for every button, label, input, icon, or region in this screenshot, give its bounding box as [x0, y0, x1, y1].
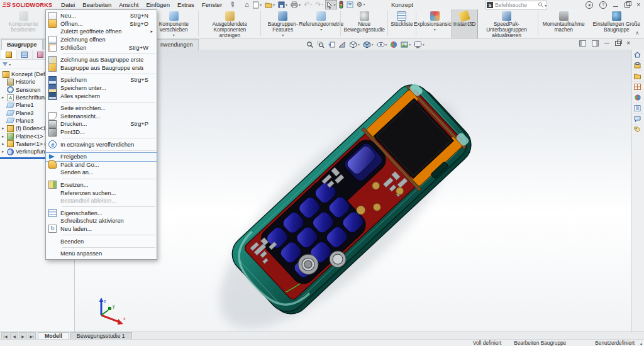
- resources-home-icon[interactable]: [632, 50, 643, 60]
- menu-item[interactable]: [62, 235, 155, 235]
- search-dropdown-icon[interactable]: ▾: [545, 3, 547, 8]
- zoom-area-icon[interactable]: [317, 41, 325, 48]
- menu-item[interactable]: [62, 179, 155, 179]
- search-magnifier-icon[interactable]: [538, 2, 544, 8]
- print-icon[interactable]: ▾: [290, 1, 301, 9]
- user-account-icon[interactable]: ●: [586, 1, 593, 9]
- menu-item[interactable]: Referenzen suchen...: [46, 189, 157, 197]
- ribbon-button[interactable]: Instant3D: [452, 9, 477, 38]
- hide-show-items-icon[interactable]: ▾: [377, 42, 387, 48]
- design-library-icon[interactable]: [632, 60, 643, 71]
- home-icon[interactable]: ⌂: [244, 1, 250, 9]
- file-properties-icon[interactable]: [346, 1, 354, 9]
- graphics-viewport[interactable]: z x y: [75, 50, 632, 332]
- menu-item[interactable]: In eDrawings veröffentlichen: [46, 140, 157, 148]
- section-view-icon[interactable]: [338, 41, 346, 48]
- redo-icon[interactable]: ↷▾: [314, 1, 324, 9]
- menu-item[interactable]: [62, 150, 155, 151]
- menu-item[interactable]: Alles speichern: [46, 92, 157, 100]
- menu-item[interactable]: Ersetzen...: [46, 181, 157, 189]
- menu-item[interactable]: Eigenschaften...: [46, 209, 157, 217]
- ribbon-button[interactable]: [260, 11, 261, 36]
- pane-right-icon[interactable]: [592, 40, 599, 47]
- featuremanager-tab-icon[interactable]: [1, 50, 17, 59]
- menu-bar-item[interactable]: Ansicht: [115, 0, 142, 9]
- menu-item[interactable]: [62, 206, 155, 207]
- menu-item[interactable]: [62, 138, 155, 138]
- select-cursor-icon[interactable]: ▾: [326, 1, 336, 9]
- expand-arrow-icon[interactable]: ▸: [2, 126, 7, 131]
- command-search-box[interactable]: S Befehlssuche ▾: [486, 1, 547, 9]
- menu-item[interactable]: Schreibschutz aktivieren: [46, 217, 157, 225]
- ribbon-button[interactable]: SpeedPak-Unterbaugruppen aktualisieren: [477, 9, 536, 38]
- expand-arrow-icon[interactable]: ▸: [2, 142, 7, 147]
- menu-item[interactable]: [62, 74, 155, 74]
- restore-icon[interactable]: [625, 3, 630, 8]
- ribbon-button[interactable]: Explosionsansicht ▾: [418, 9, 452, 38]
- minimize-icon[interactable]: [613, 6, 618, 8]
- menu-item[interactable]: Schließen Strg+W: [46, 43, 157, 52]
- ribbon-button[interactable]: Baugruppen-Features ▾: [262, 9, 303, 38]
- display-style-icon[interactable]: ▾: [363, 41, 374, 48]
- ribbon-button[interactable]: Referenzgeometrie ▾: [303, 9, 340, 38]
- menu-item[interactable]: Neu laden...: [46, 225, 157, 233]
- expand-arrow-icon[interactable]: ▸: [2, 134, 7, 139]
- menu-item[interactable]: Senden an...: [46, 169, 157, 177]
- doc-restore-icon[interactable]: [615, 41, 621, 46]
- custom-properties-icon[interactable]: [632, 103, 643, 114]
- ribbon-button[interactable]: Komponente bearbeiten: [1, 9, 45, 38]
- options-gear-icon[interactable]: ⚙▾: [356, 1, 366, 9]
- menu-item[interactable]: Speichern Strg+S: [46, 76, 157, 84]
- view-orientation-icon[interactable]: ▾: [349, 41, 360, 48]
- doc-close-icon[interactable]: ×: [626, 40, 630, 47]
- menu-item[interactable]: Pack and Go...: [46, 161, 157, 169]
- ribbon-button[interactable]: Stückliste: [389, 9, 414, 38]
- ribbon-button[interactable]: Momentaufnahme machen: [540, 9, 588, 38]
- menu-item[interactable]: Beenden: [46, 237, 157, 245]
- forum-icon[interactable]: [632, 114, 643, 125]
- expand-arrow-icon[interactable]: ▸: [2, 149, 7, 154]
- menu-bar-item[interactable]: Einfügen: [142, 0, 174, 9]
- menu-item[interactable]: Print3D...: [46, 128, 157, 137]
- menu-item[interactable]: Seitenansicht...: [46, 113, 157, 121]
- menu-item[interactable]: [62, 53, 155, 54]
- rebuild-traffic-light-icon[interactable]: [338, 1, 344, 9]
- save-icon[interactable]: ▾: [277, 1, 288, 9]
- menu-bar-item[interactable]: Datei: [57, 0, 79, 9]
- previous-view-icon[interactable]: [328, 41, 335, 48]
- menu-bar-item[interactable]: Extras: [174, 0, 198, 9]
- ribbon-button[interactable]: Komponente verschieben ▾: [150, 9, 197, 38]
- menu-item[interactable]: Freigeben: [46, 153, 157, 161]
- apply-scene-icon[interactable]: ▾: [401, 41, 411, 48]
- menu-item[interactable]: Speichern unter...: [46, 84, 157, 92]
- menu-item[interactable]: Baugruppe aus Baugruppe erstellen: [46, 64, 157, 72]
- doc-minimize-icon[interactable]: [604, 43, 609, 44]
- units-dropdown-icon[interactable]: ▴: [640, 341, 642, 345]
- menu-item[interactable]: Zeichnung aus Baugruppe erstellen: [46, 56, 157, 64]
- view-palette-icon[interactable]: [632, 82, 643, 92]
- ribbon-button[interactable]: [198, 11, 199, 36]
- pin-menubar-icon[interactable]: ✎: [228, 0, 237, 9]
- open-icon[interactable]: ▾: [264, 1, 275, 9]
- menu-bar-item[interactable]: Fenster: [198, 0, 226, 9]
- menu-item[interactable]: Neu... Strg+N: [46, 12, 157, 20]
- propertymanager-tab-icon[interactable]: [17, 50, 33, 59]
- zoom-fit-icon[interactable]: [306, 41, 314, 48]
- undo-icon[interactable]: ↶▾: [303, 1, 313, 9]
- ribbon-button[interactable]: [387, 11, 388, 36]
- menu-item[interactable]: Drucken... Strg+P: [46, 120, 157, 128]
- appearances-icon[interactable]: [632, 92, 643, 103]
- menu-item[interactable]: Zeichnung öffnen: [46, 36, 157, 44]
- edit-appearance-icon[interactable]: [390, 41, 397, 48]
- ribbon-button[interactable]: [340, 11, 341, 36]
- menu-bar-item[interactable]: Bearbeiten: [79, 0, 115, 9]
- ribbon-button[interactable]: [538, 11, 538, 36]
- filter-funnel-icon[interactable]: [3, 62, 8, 66]
- expand-arrow-icon[interactable]: ▸: [2, 95, 7, 100]
- help-icon[interactable]: ?: [599, 1, 607, 9]
- menu-item[interactable]: Zuletzt geöffnete öffnen ▸: [46, 28, 157, 36]
- menu-item[interactable]: Öffnen... Strg+O: [46, 20, 157, 28]
- ribbon-button[interactable]: Ausgeblendete Komponenten anzeigen: [200, 9, 259, 38]
- view-settings-icon[interactable]: ▾: [414, 41, 425, 48]
- units-selector[interactable]: Benutzerdefiniert: [595, 340, 635, 346]
